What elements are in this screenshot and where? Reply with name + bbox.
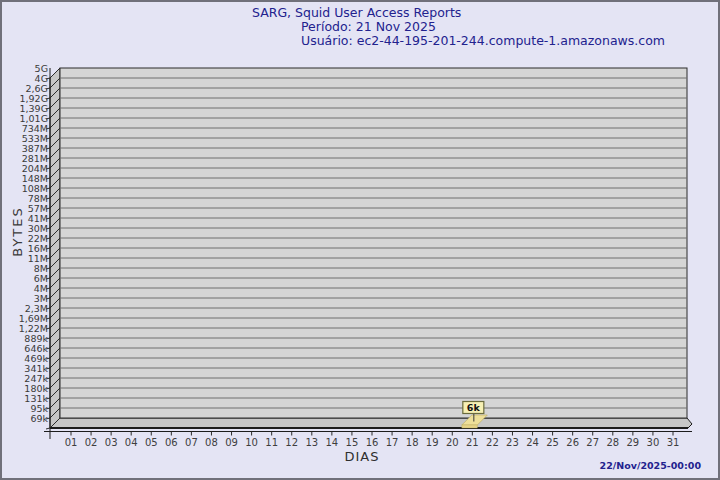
x-tick-label: 10: [245, 437, 258, 448]
x-tick-label: 09: [225, 437, 238, 448]
x-tick-label: 27: [586, 437, 599, 448]
plot-left-wall: [50, 68, 60, 428]
x-tick-label: 26: [566, 437, 579, 448]
x-tick-label: 02: [85, 437, 98, 448]
x-tick-label: 01: [65, 437, 78, 448]
x-tick-label: 03: [105, 437, 118, 448]
x-tick-label: 23: [506, 437, 519, 448]
x-tick-label: 13: [305, 437, 318, 448]
bytes-per-day-chart: 5G4G2,6G1,92G1,39G1,01G734M533M387M281M2…: [2, 2, 720, 480]
y-tick: [46, 428, 50, 429]
x-tick-label: 31: [667, 437, 680, 448]
x-tick-label: 05: [145, 437, 158, 448]
x-tick-label: 08: [205, 437, 218, 448]
x-tick-label: 16: [366, 437, 379, 448]
x-tick-label: 30: [647, 437, 660, 448]
x-tick-label: 12: [285, 437, 298, 448]
plot-floor: [50, 418, 692, 428]
x-tick-label: 06: [165, 437, 178, 448]
x-tick-label: 22: [486, 437, 499, 448]
x-tick-label: 24: [526, 437, 539, 448]
sarg-report-window: SARG, Squid User Access Reports Período:…: [0, 0, 720, 480]
x-tick-label: 25: [546, 437, 559, 448]
x-tick-label: 20: [446, 437, 459, 448]
x-tick-label: 29: [626, 437, 639, 448]
x-tick-label: 04: [125, 437, 138, 448]
x-tick-label: 15: [346, 437, 359, 448]
x-tick-label: 11: [265, 437, 278, 448]
x-tick-label: 18: [406, 437, 419, 448]
x-tick-label: 28: [606, 437, 619, 448]
y-axis-title: BYTES: [10, 196, 25, 268]
x-tick-label: 14: [325, 437, 338, 448]
bar-value-label: 6k: [467, 402, 481, 413]
plot-area: [60, 68, 687, 418]
y-tick-label: 69k: [30, 413, 48, 424]
x-tick-label: 19: [426, 437, 439, 448]
x-tick-label: 07: [185, 437, 198, 448]
generated-timestamp: 22/Nov/2025-00:00: [600, 460, 701, 471]
bar-front-face: [462, 425, 478, 428]
x-tick-label: 21: [466, 437, 479, 448]
x-tick-label: 17: [386, 437, 399, 448]
